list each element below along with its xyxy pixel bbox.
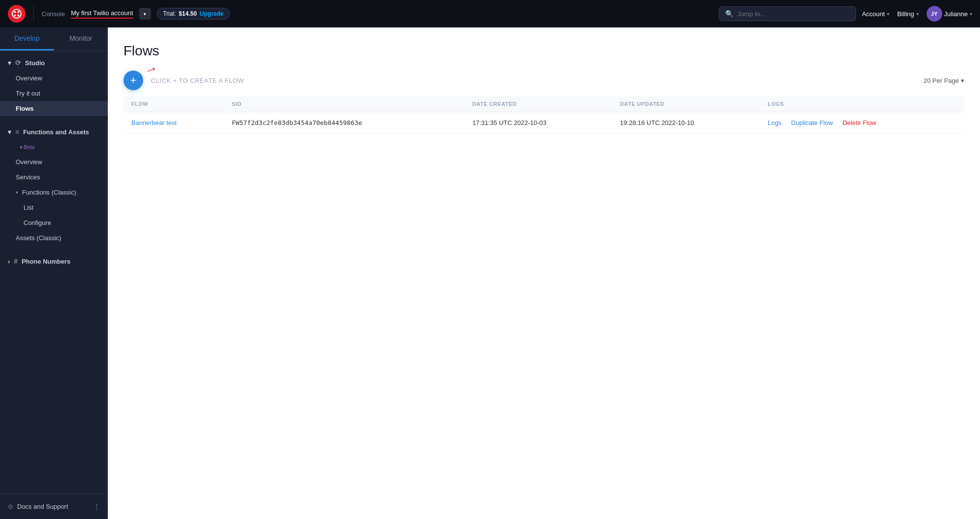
phone-numbers-label: Phone Numbers: [22, 258, 71, 265]
account-dropdown-button[interactable]: ▾: [139, 8, 151, 20]
account-name[interactable]: My first Twilio account: [71, 9, 133, 19]
col-date-updated: DATE UPDATED: [612, 96, 760, 112]
flow-name-link[interactable]: Bannerbear test: [131, 119, 177, 126]
flow-date-created: 17:31:35 UTC 2022-10-03: [465, 112, 612, 134]
docs-support-label: Docs and Support: [17, 503, 68, 510]
logs-link[interactable]: Logs: [768, 119, 782, 126]
svg-point-4: [18, 15, 20, 17]
sidebar-item-overview[interactable]: Overview: [0, 71, 108, 86]
fa-overview-label: Overview: [16, 158, 42, 166]
user-avatar: JY: [927, 6, 942, 22]
phone-numbers-section: › # Phone Numbers: [0, 249, 108, 273]
beta-label: Beta: [24, 144, 35, 150]
sidebar-item-docs-support[interactable]: ⊙ Docs and Support ⋮: [0, 498, 108, 515]
per-page-selector[interactable]: 20 Per Page ▾: [924, 77, 964, 84]
functions-classic-label: Functions (Classic): [22, 189, 76, 196]
twilio-logo: [8, 5, 25, 23]
sidebar: Develop Monitor ▾ ⟳ Studio Overview Try …: [0, 27, 108, 519]
sidebar-item-services[interactable]: Services: [0, 170, 108, 185]
tab-monitor[interactable]: Monitor: [54, 27, 108, 50]
console-label: Console: [42, 10, 65, 18]
sidebar-tabs: Develop Monitor: [0, 27, 108, 51]
list-label: List: [24, 204, 33, 211]
functions-assets-label: Functions and Assets: [23, 128, 89, 136]
main-content: Flows + → CLICK + TO CREATE A FLOW 20 Pe…: [108, 27, 980, 519]
sidebar-item-try-it-out[interactable]: Try it out: [0, 86, 108, 101]
sidebar-group-functions-classic[interactable]: ▾ Functions (Classic): [0, 185, 108, 200]
more-icon[interactable]: ⋮: [94, 503, 100, 510]
col-sid: SID: [224, 96, 465, 112]
table-body: Bannerbear test FW57f2d3c2fe83db3454a70e…: [123, 112, 964, 134]
studio-icon: ⟳: [15, 59, 21, 67]
trial-amount: $14.50: [179, 10, 197, 17]
phone-numbers-chevron: ›: [8, 258, 10, 265]
flow-actions: Logs Duplicate Flow Delete Flow: [760, 112, 964, 134]
sidebar-bottom: ⊙ Docs and Support ⋮: [0, 494, 108, 519]
global-search[interactable]: 🔍: [719, 6, 856, 21]
sidebar-item-assets-classic[interactable]: Assets (Classic): [0, 230, 108, 246]
col-date-created: DATE CREATED: [465, 96, 612, 112]
billing-menu-chevron: ▾: [916, 11, 919, 17]
per-page-chevron: ▾: [961, 77, 964, 84]
overview-label: Overview: [16, 74, 42, 82]
tab-develop[interactable]: Develop: [0, 27, 54, 50]
page-title: Flows: [123, 43, 964, 59]
phone-icon: #: [14, 257, 18, 265]
sidebar-group-functions[interactable]: ▾ ≡ Functions and Assets: [0, 124, 108, 140]
functions-classic-chevron: ▾: [16, 190, 18, 195]
upgrade-link[interactable]: Upgrade: [200, 10, 224, 17]
create-flow-area: + →: [123, 71, 143, 90]
sidebar-item-fa-overview[interactable]: Overview: [0, 154, 108, 170]
app-layout: Develop Monitor ▾ ⟳ Studio Overview Try …: [0, 27, 980, 519]
sidebar-item-list[interactable]: List: [0, 200, 108, 215]
assets-classic-label: Assets (Classic): [16, 234, 61, 242]
account-menu[interactable]: Account ▾: [862, 10, 889, 18]
functions-section: ▾ ≡ Functions and Assets ✦ Beta Overview…: [0, 120, 108, 249]
flows-toolbar: + → CLICK + TO CREATE A FLOW 20 Per Page…: [123, 71, 964, 90]
duplicate-flow-link[interactable]: Duplicate Flow: [791, 119, 833, 126]
account-menu-chevron: ▾: [887, 11, 889, 17]
user-name: Julianne: [944, 10, 968, 18]
configure-label: Configure: [24, 219, 51, 226]
sidebar-item-beta: ✦ Beta: [0, 140, 108, 154]
flow-sid: FW57f2d3c2fe83db3454a70eb84459863e: [224, 112, 465, 134]
trial-label: Trial:: [163, 10, 176, 17]
billing-menu-label: Billing: [897, 10, 914, 18]
per-page-label: 20 Per Page: [924, 77, 959, 84]
table-header: FLOW SID DATE CREATED DATE UPDATED LOGS: [123, 96, 964, 112]
billing-menu[interactable]: Billing ▾: [897, 10, 919, 18]
col-logs: LOGS: [760, 96, 964, 112]
nav-divider: [33, 6, 34, 22]
try-it-out-label: Try it out: [16, 90, 40, 97]
flows-label: Flows: [16, 105, 34, 112]
svg-point-0: [12, 9, 21, 18]
topnav: Console My first Twilio account ▾ Trial:…: [0, 0, 980, 27]
studio-section: ▾ ⟳ Studio Overview Try it out Flows: [0, 51, 108, 120]
svg-point-3: [14, 15, 16, 17]
svg-point-2: [18, 11, 20, 13]
sidebar-item-configure[interactable]: Configure: [0, 215, 108, 230]
flow-date-updated: 19:28:16 UTC 2022-10-10: [612, 112, 760, 134]
beta-badge: ✦ Beta: [16, 144, 38, 150]
create-flow-button[interactable]: +: [123, 71, 143, 90]
services-label: Services: [16, 173, 40, 181]
account-menu-label: Account: [862, 10, 885, 18]
col-flow: FLOW: [123, 96, 224, 112]
create-flow-hint: CLICK + TO CREATE A FLOW: [151, 77, 244, 84]
functions-chevron: ▾: [8, 128, 11, 136]
studio-label: Studio: [25, 59, 45, 67]
sidebar-group-phone-numbers[interactable]: › # Phone Numbers: [0, 253, 108, 269]
trial-badge: Trial: $14.50 Upgrade: [157, 8, 230, 20]
sidebar-group-studio[interactable]: ▾ ⟳ Studio: [0, 55, 108, 71]
delete-flow-link[interactable]: Delete Flow: [842, 119, 876, 126]
topnav-right-area: Account ▾ Billing ▾ JY Julianne ▾: [862, 6, 972, 22]
table-row: Bannerbear test FW57f2d3c2fe83db3454a70e…: [123, 112, 964, 134]
sidebar-item-flows[interactable]: Flows: [0, 101, 108, 116]
search-input[interactable]: [737, 10, 850, 18]
functions-icon: ≡: [15, 128, 19, 136]
beta-star-icon: ✦: [19, 145, 23, 150]
docs-icon: ⊙: [8, 503, 13, 510]
user-menu[interactable]: JY Julianne ▾: [927, 6, 972, 22]
studio-chevron: ▾: [8, 59, 11, 67]
svg-point-1: [14, 11, 16, 13]
